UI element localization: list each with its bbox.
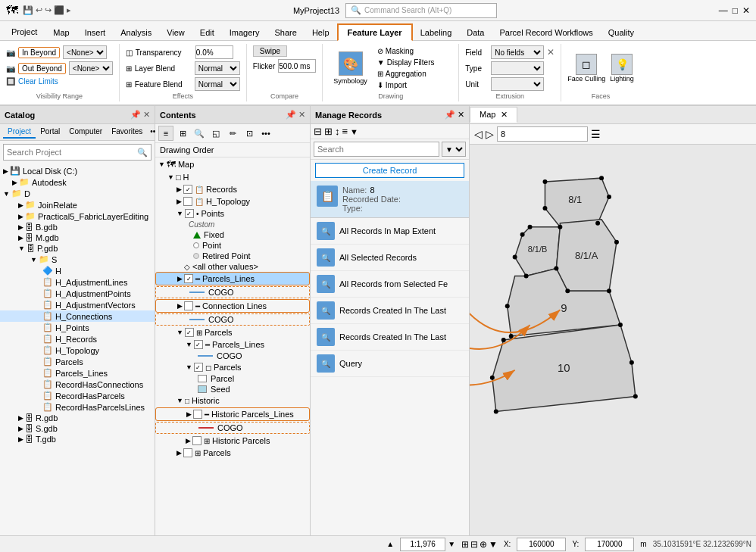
- ct-seed-symbol[interactable]: Seed: [155, 384, 310, 395]
- tree-h-connections[interactable]: 📋H_Connections: [0, 310, 155, 322]
- tree-parcels[interactable]: 📋Parcels: [0, 356, 155, 367]
- tab-parcel-record-workflows[interactable]: Parcel Record Workflows: [492, 25, 601, 40]
- nav-btn-1[interactable]: ⊞: [461, 539, 469, 550]
- records-toolbar-btn1[interactable]: ⊟: [314, 126, 322, 137]
- map-menu-btn[interactable]: ☰: [591, 128, 601, 140]
- tree-h-records[interactable]: 📋H_Records: [0, 333, 155, 345]
- records-more-btn[interactable]: ▼: [350, 127, 358, 136]
- map-scroll-up[interactable]: ▲: [386, 540, 394, 548]
- record-item-4[interactable]: 🔍 Records Created In The Last: [311, 324, 469, 351]
- records-search-select[interactable]: ▼: [442, 142, 466, 157]
- catalog-search-box[interactable]: 🔍: [3, 144, 152, 161]
- tree-s[interactable]: ▼📁S: [0, 254, 155, 265]
- catalog-search-input[interactable]: [4, 148, 134, 157]
- tab-share[interactable]: Share: [267, 25, 305, 40]
- contents-view-btn2[interactable]: ⊞: [175, 126, 190, 141]
- tab-quality[interactable]: Quality: [601, 25, 642, 40]
- unit-select[interactable]: [491, 77, 544, 91]
- contents-view-btn3[interactable]: 🔍: [192, 126, 207, 141]
- out-beyond-select[interactable]: <None>: [69, 61, 113, 75]
- records-sort-btn[interactable]: ≡: [342, 126, 348, 137]
- ct-parcel-symbol[interactable]: Parcel: [155, 373, 310, 384]
- catalog-tab-portal[interactable]: Portal: [36, 126, 64, 139]
- ct-fixed[interactable]: Fixed: [155, 229, 310, 240]
- navigate-forward-btn[interactable]: ▷: [486, 128, 494, 140]
- transparency-input[interactable]: [195, 45, 233, 59]
- record-item-5[interactable]: 🔍 Query: [311, 351, 469, 377]
- tree-local-disk[interactable]: ▶💾Local Disk (C:): [0, 165, 155, 176]
- tree-h-topology[interactable]: 📋H_Topology: [0, 345, 155, 356]
- tree-record-has-parcels-lines[interactable]: 📋RecordHasParcelsLines: [0, 401, 155, 413]
- tree-bgdb[interactable]: ▶🗄B.gdb: [0, 222, 155, 232]
- ct-all-other-values[interactable]: ◇<all other values>: [155, 261, 310, 272]
- ct-records[interactable]: ▶ ✓ 📋Records: [155, 183, 310, 195]
- contents-view-btn4[interactable]: ◱: [208, 126, 223, 141]
- nav-btn-2[interactable]: ⊟: [470, 539, 478, 550]
- tree-mgdb[interactable]: ▶🗄M.gdb: [0, 232, 155, 243]
- tree-d[interactable]: ▼📁D: [0, 188, 155, 199]
- map-search-input[interactable]: [497, 126, 588, 142]
- ct-historic-group[interactable]: ▼ □Historic: [155, 395, 310, 407]
- navigate-back-btn[interactable]: ◁: [474, 128, 483, 140]
- lighting-btn[interactable]: 💡 Lighting: [610, 54, 634, 83]
- catalog-pin-btn[interactable]: 📌: [130, 110, 141, 120]
- clear-field-btn[interactable]: ✕: [547, 47, 555, 58]
- ct-h-group[interactable]: ▼ □H: [155, 171, 310, 183]
- tree-tgdb[interactable]: ▶🗄T.gdb: [0, 434, 155, 444]
- tree-h-adjustment-vectors[interactable]: 📋H_AdjustmentVectors: [0, 299, 155, 310]
- contents-more-btn[interactable]: •••: [258, 126, 273, 141]
- contents-view-btn6[interactable]: ⊡: [242, 126, 257, 141]
- tree-practical5[interactable]: ▶📁Practical5_FabricLayerEditing: [0, 211, 155, 222]
- field-select[interactable]: No fields: [491, 45, 544, 59]
- scale-dropdown-btn[interactable]: ▼: [448, 540, 455, 548]
- display-filters-btn[interactable]: ▼Display Filters: [375, 58, 437, 67]
- scale-box[interactable]: ▼: [400, 538, 455, 551]
- tree-h-adjustment-points[interactable]: 📋H_AdjustmentPoints: [0, 288, 155, 299]
- ct-historic-parcels[interactable]: ▶ ⊞Historic Parcels: [155, 435, 310, 447]
- tab-feature-layer[interactable]: Feature Layer: [337, 23, 413, 41]
- tree-rgdb[interactable]: ▶🗄R.gdb: [0, 413, 155, 423]
- list-view-btn[interactable]: ≡: [158, 126, 173, 141]
- contents-close-btn[interactable]: ✕: [298, 110, 305, 120]
- tree-record-has-parcels[interactable]: 📋RecordHasParcels: [0, 390, 155, 401]
- nav-btn-4[interactable]: ▼: [489, 539, 498, 550]
- catalog-tab-favorites[interactable]: Favorites: [107, 126, 147, 139]
- record-item-2[interactable]: 🔍 All Records from Selected Fe: [311, 271, 469, 298]
- masking-btn[interactable]: ⊘Masking: [375, 46, 437, 56]
- x-coord-input[interactable]: [517, 538, 566, 551]
- tab-map[interactable]: Map: [45, 25, 77, 40]
- create-record-btn[interactable]: Create Record: [315, 163, 464, 178]
- ct-map[interactable]: ▼ 🗺Map: [155, 157, 310, 171]
- records-pin-btn[interactable]: 📌: [445, 110, 455, 120]
- tab-imagery[interactable]: Imagery: [222, 25, 267, 40]
- ct-cogo-historic[interactable]: COGO: [155, 422, 310, 434]
- records-close-btn[interactable]: ✕: [458, 110, 464, 120]
- aggregation-btn[interactable]: ⊞Aggregation: [375, 69, 437, 79]
- ct-cogo-2[interactable]: COGO: [155, 313, 310, 326]
- map-tab-item[interactable]: Map ✕: [470, 107, 517, 123]
- tab-analysis[interactable]: Analysis: [113, 25, 159, 40]
- type-select[interactable]: [491, 61, 544, 75]
- record-item-1[interactable]: 🔍 All Selected Records: [311, 245, 469, 271]
- record-item-0[interactable]: 🔍 All Records In Map Extent: [311, 218, 469, 245]
- tab-help[interactable]: Help: [305, 25, 337, 40]
- tab-labeling[interactable]: Labeling: [413, 25, 460, 40]
- ct-parcels-bottom[interactable]: ▶ ⊞Parcels: [155, 447, 310, 459]
- swipe-btn[interactable]: Swipe: [253, 45, 287, 57]
- tree-autodesk[interactable]: ▶📁Autodesk: [0, 176, 155, 188]
- tab-data[interactable]: Data: [459, 25, 492, 40]
- ct-historic-parcels-lines[interactable]: ▶ ━Historic Parcels_Lines: [155, 407, 310, 421]
- map-canvas[interactable]: 8/1 8/1/B 8/1/A 9 10: [470, 145, 756, 535]
- ct-parcels-lines-main[interactable]: ▶ ✓ ━Parcels_Lines: [155, 272, 310, 285]
- ct-cogo-1[interactable]: COGO: [155, 286, 310, 298]
- tree-record-has-connections[interactable]: 📋RecordHasConnections: [0, 379, 155, 390]
- catalog-tab-computer[interactable]: Computer: [64, 126, 107, 139]
- tab-edit[interactable]: Edit: [192, 25, 222, 40]
- ct-points[interactable]: ▼ ✓ •Points: [155, 207, 310, 220]
- command-search[interactable]: 🔍 Command Search (Alt+Q): [345, 3, 497, 18]
- import-btn[interactable]: ⬇Import: [375, 80, 437, 90]
- catalog-tab-project[interactable]: Project: [3, 126, 36, 139]
- tab-insert[interactable]: Insert: [77, 25, 114, 40]
- ct-parcels-group[interactable]: ▼ ✓ ⊞Parcels: [155, 326, 310, 338]
- record-item-3[interactable]: 🔍 Records Created In The Last: [311, 298, 469, 324]
